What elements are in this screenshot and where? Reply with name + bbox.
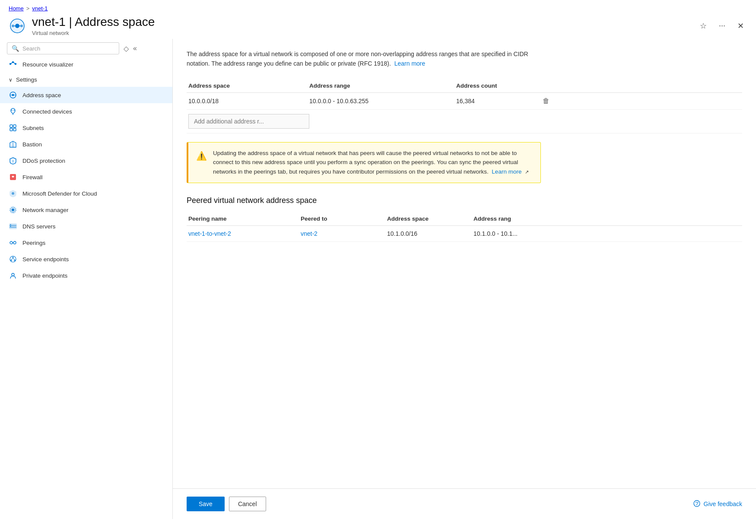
favorite-button[interactable]: ☆: [696, 19, 710, 32]
address-space-table: Address space Address range Address coun…: [187, 79, 742, 133]
svg-rect-8: [15, 63, 16, 65]
search-input[interactable]: [22, 45, 114, 52]
diamond-icon[interactable]: ◇: [124, 44, 129, 53]
diagram-icon: [9, 60, 17, 69]
svg-point-40: [10, 260, 12, 261]
feedback-label: Give feedback: [704, 500, 743, 507]
col-header-address-count: Address count: [454, 82, 541, 89]
shield-icon: !: [9, 156, 17, 165]
save-button[interactable]: Save: [187, 497, 225, 511]
warning-box: ⚠️ Updating the address space of a virtu…: [187, 142, 541, 183]
peered-col-peered-to: Peered to: [299, 215, 385, 222]
footer: Save Cancel Give feedback: [173, 488, 756, 519]
sidebar-item-label: Subnets: [22, 125, 44, 131]
peered-col-peering-name: Peering name: [187, 215, 299, 222]
svg-point-33: [10, 224, 11, 225]
svg-point-35: [10, 241, 13, 244]
settings-section-label: Settings: [16, 76, 37, 83]
svg-rect-20: [10, 128, 13, 131]
sidebar-item-label: Address space: [22, 92, 61, 98]
sidebar-item-label: DNS servers: [22, 223, 56, 230]
sidebar-item-label: Network manager: [22, 207, 69, 213]
network-manager-icon: [9, 206, 17, 214]
sidebar-item-bastion[interactable]: Bastion: [0, 136, 172, 152]
sidebar-item-peerings[interactable]: Peerings: [0, 234, 172, 251]
svg-point-46: [696, 504, 697, 505]
sidebar-item-label: Peerings: [22, 240, 45, 246]
cell-address-count: 16,384: [454, 98, 541, 104]
add-address-row: [187, 110, 742, 133]
cancel-button[interactable]: Cancel: [229, 497, 266, 511]
plug-icon: [9, 107, 17, 116]
sidebar-item-label: Connected devices: [22, 108, 72, 115]
peering-name-link[interactable]: vnet-1-to-vnet-2: [188, 230, 231, 237]
peered-cell-address-range: 10.1.0.0 - 10.1...: [472, 230, 558, 237]
sidebar-item-dns[interactable]: DNS servers: [0, 218, 172, 234]
table-header-row: Address space Address range Address coun…: [187, 79, 742, 93]
svg-rect-22: [12, 145, 14, 147]
sidebar-item-subnets[interactable]: Subnets: [0, 120, 172, 136]
sidebar-item-resource-visualizer[interactable]: Resource visualizer: [0, 56, 172, 73]
sidebar-item-label: Firewall: [22, 174, 43, 180]
svg-point-34: [10, 226, 11, 227]
svg-text:!: !: [13, 159, 14, 163]
dns-icon: [9, 222, 17, 231]
page-title: vnet-1 | Address space: [32, 15, 690, 29]
sidebar-item-service-endpoints[interactable]: Service endpoints: [0, 251, 172, 267]
title-group: vnet-1 | Address space Virtual network: [32, 15, 690, 36]
peered-to-link[interactable]: vnet-2: [301, 230, 318, 237]
add-address-input[interactable]: [188, 114, 309, 129]
defender-icon: [9, 189, 17, 198]
sidebar-search-row: 🔍 ◇ «: [0, 39, 172, 56]
peered-col-address-space: Address space: [385, 215, 472, 222]
sidebar-item-label: Bastion: [22, 141, 42, 148]
resource-icon: [9, 17, 26, 35]
sidebar-item-label: Resource visualizer: [22, 61, 73, 68]
sidebar-item-firewall[interactable]: Firewall: [0, 169, 172, 185]
sidebar-section-settings[interactable]: ∨ Settings: [0, 73, 172, 87]
sidebar-item-address-space[interactable]: Address space: [0, 87, 172, 103]
sidebar-item-network-manager[interactable]: Network manager: [0, 202, 172, 218]
vnet-icon: [9, 91, 17, 99]
external-link-icon: ↗: [525, 169, 529, 174]
peered-section-title: Peered virtual network address space: [187, 196, 742, 205]
table-row: 10.0.0.0/18 10.0.0.0 - 10.0.63.255 16,38…: [187, 93, 742, 110]
peered-col-address-range: Address rang: [472, 215, 558, 222]
bastion-icon: [9, 140, 17, 149]
svg-point-36: [13, 241, 16, 244]
sidebar-item-defender[interactable]: Microsoft Defender for Cloud: [0, 185, 172, 202]
page-header: vnet-1 | Address space Virtual network ☆…: [0, 15, 756, 39]
warning-learn-more-link[interactable]: Learn more: [492, 168, 521, 175]
sidebar-item-ddos[interactable]: ! DDoS protection: [0, 152, 172, 169]
cell-delete-action: 🗑: [541, 97, 567, 105]
peered-section: Peered virtual network address space Pee…: [187, 196, 742, 242]
sidebar-item-connected-devices[interactable]: Connected devices: [0, 103, 172, 120]
give-feedback-link[interactable]: Give feedback: [693, 500, 743, 508]
close-button[interactable]: ✕: [734, 19, 747, 32]
peered-cell-address-space: 10.1.0.0/16: [385, 230, 472, 237]
svg-rect-19: [13, 125, 16, 127]
peered-cell-peering-name: vnet-1-to-vnet-2: [187, 230, 299, 237]
svg-point-26: [12, 192, 14, 195]
header-actions: ☆ ··· ✕: [696, 19, 747, 32]
svg-rect-7: [12, 61, 14, 63]
more-button[interactable]: ···: [715, 19, 729, 32]
svg-line-43: [13, 258, 15, 260]
search-box[interactable]: 🔍: [7, 42, 119, 54]
subnet-icon: [9, 124, 17, 132]
cell-address-space: 10.0.0.0/18: [187, 98, 308, 104]
breadcrumb-current[interactable]: vnet-1: [32, 5, 48, 12]
description-text: The address space for a virtual network …: [187, 49, 541, 69]
sidebar-item-private-endpoints[interactable]: Private endpoints: [0, 267, 172, 284]
breadcrumb-home[interactable]: Home: [9, 5, 24, 12]
sidebar-item-label: Service endpoints: [22, 256, 69, 263]
firewall-icon: [9, 173, 17, 181]
footer-actions: Save Cancel: [187, 497, 266, 511]
private-endpoints-icon: [9, 271, 17, 280]
collapse-icon[interactable]: «: [133, 44, 137, 52]
svg-point-1: [15, 24, 19, 28]
svg-point-12: [12, 94, 14, 96]
svg-point-3: [20, 25, 23, 27]
delete-address-button[interactable]: 🗑: [543, 97, 550, 105]
learn-more-link[interactable]: Learn more: [394, 60, 426, 67]
